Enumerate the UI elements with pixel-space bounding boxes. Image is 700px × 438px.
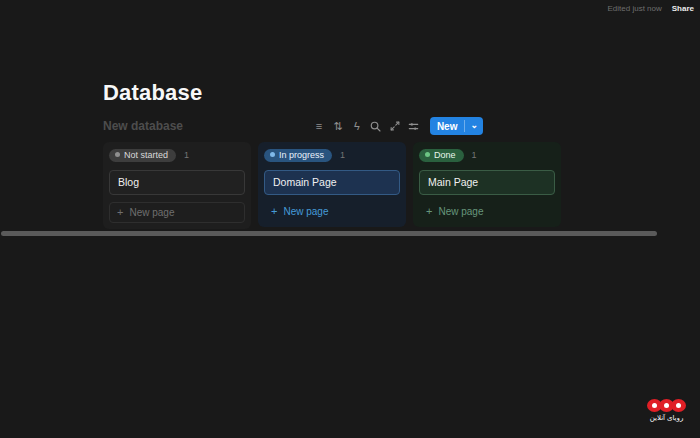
group-count: 1 bbox=[472, 150, 477, 160]
new-page-label: New page bbox=[283, 206, 328, 217]
board-column-in-progress: In progress 1 Domain Page + New page bbox=[258, 142, 406, 227]
automation-icon[interactable]: ϟ bbox=[349, 118, 365, 134]
search-icon[interactable] bbox=[368, 118, 384, 134]
board-toolbar: ≡ ⇅ ϟ New bbox=[311, 117, 483, 135]
watermark: رویای آنلاین bbox=[647, 399, 686, 422]
status-dot bbox=[115, 152, 120, 157]
new-page-button[interactable]: + New page bbox=[109, 202, 245, 223]
group-count: 1 bbox=[184, 150, 189, 160]
status-dot bbox=[270, 152, 275, 157]
group-count: 1 bbox=[340, 150, 345, 160]
status-dot bbox=[425, 152, 430, 157]
watermark-text: رویای آنلاین bbox=[650, 414, 684, 422]
filter-icon[interactable]: ≡ bbox=[311, 118, 327, 134]
new-page-label: New page bbox=[129, 207, 174, 218]
new-page-label: New page bbox=[438, 206, 483, 217]
horizontal-scrollbar[interactable] bbox=[1, 231, 657, 236]
top-bar: Edited just now Share bbox=[608, 4, 695, 13]
sort-icon[interactable]: ⇅ bbox=[330, 118, 346, 134]
column-header: Not started 1 bbox=[109, 148, 245, 162]
database-view-title[interactable]: New database bbox=[103, 119, 183, 133]
plus-icon: + bbox=[271, 206, 277, 217]
group-label-text: In progress bbox=[279, 150, 324, 160]
new-button[interactable]: New ⌄ bbox=[430, 117, 483, 135]
group-label-not-started[interactable]: Not started bbox=[109, 149, 176, 162]
share-button[interactable]: Share bbox=[672, 4, 694, 13]
new-page-button[interactable]: + New page bbox=[419, 202, 555, 221]
plus-icon: + bbox=[426, 206, 432, 217]
column-header: In progress 1 bbox=[264, 148, 400, 162]
new-button-label: New bbox=[430, 117, 465, 135]
column-header: Done 1 bbox=[419, 148, 555, 162]
group-label-text: Done bbox=[434, 150, 456, 160]
new-page-button[interactable]: + New page bbox=[264, 202, 400, 221]
page-title: Database bbox=[103, 80, 202, 106]
chevron-down-icon[interactable]: ⌄ bbox=[465, 117, 483, 135]
group-label-done[interactable]: Done bbox=[419, 149, 464, 162]
group-label-text: Not started bbox=[124, 150, 168, 160]
watermark-logo-icon bbox=[647, 399, 686, 412]
expand-icon[interactable] bbox=[387, 118, 403, 134]
board-column-not-started: Not started 1 Blog + New page bbox=[103, 142, 251, 229]
edited-timestamp: Edited just now bbox=[608, 4, 662, 13]
card-main-page[interactable]: Main Page bbox=[419, 170, 555, 195]
card-domain-page[interactable]: Domain Page bbox=[264, 170, 400, 195]
card-blog[interactable]: Blog bbox=[109, 170, 245, 195]
board-column-done: Done 1 Main Page + New page bbox=[413, 142, 561, 227]
plus-icon: + bbox=[117, 207, 123, 218]
view-settings-icon[interactable] bbox=[406, 118, 422, 134]
group-label-in-progress[interactable]: In progress bbox=[264, 149, 332, 162]
